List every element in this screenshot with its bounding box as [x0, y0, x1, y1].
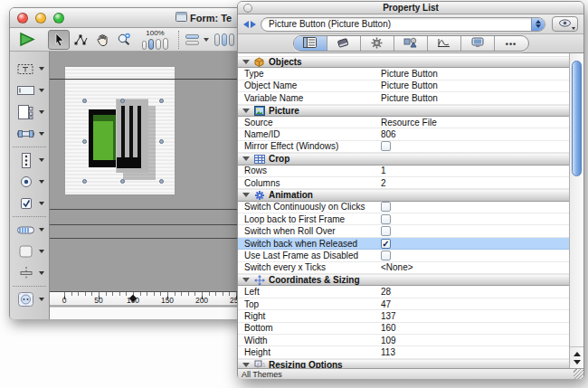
- socket-icon[interactable]: [15, 290, 37, 308]
- property-row[interactable]: Object NamePicture Button: [238, 80, 569, 92]
- property-row[interactable]: Switch back when Released✓: [238, 238, 569, 250]
- dropdown-caret-icon[interactable]: [39, 180, 44, 184]
- zigzag-tool-button[interactable]: [70, 30, 91, 50]
- minimize-button[interactable]: [35, 13, 46, 24]
- dropdown-caret-icon[interactable]: [39, 228, 44, 232]
- section-header-resizing-options[interactable]: Resizing Options: [238, 359, 569, 369]
- selection-handle-nw[interactable]: [82, 99, 87, 103]
- property-value[interactable]: 2: [381, 178, 386, 188]
- selection-handle-sw[interactable]: [82, 179, 87, 184]
- property-value[interactable]: 160: [381, 323, 396, 333]
- dropdown-caret-icon[interactable]: [39, 110, 44, 114]
- select-marquee-icon[interactable]: [15, 60, 37, 78]
- dropdown-caret-icon[interactable]: [39, 132, 44, 136]
- run-button[interactable]: [15, 30, 39, 50]
- disclosure-triangle-icon[interactable]: [242, 193, 250, 197]
- property-row[interactable]: Variable NamePicture Button: [238, 92, 569, 104]
- property-row[interactable]: Mirror Effect (Windows): [238, 141, 569, 153]
- section-header-animation[interactable]: Animation: [238, 189, 569, 201]
- property-row[interactable]: Left28: [238, 286, 569, 298]
- property-row[interactable]: Bottom160: [238, 323, 569, 335]
- dropdown-caret-icon[interactable]: [39, 271, 44, 275]
- splitter-icon[interactable]: [15, 264, 37, 282]
- disclosure-triangle-icon[interactable]: [242, 363, 250, 367]
- selection-handle-n[interactable]: [120, 99, 125, 103]
- palette-tool-radio-button[interactable]: [10, 172, 49, 192]
- scroll-up-button[interactable]: [574, 352, 581, 356]
- scroll-down-button[interactable]: [574, 360, 581, 364]
- push-button-icon[interactable]: [15, 242, 37, 260]
- disclosure-triangle-icon[interactable]: [242, 278, 250, 282]
- property-value[interactable]: Picture Button: [381, 80, 438, 90]
- tab-display[interactable]: [461, 36, 495, 51]
- next-object-button[interactable]: [251, 21, 256, 28]
- property-checkbox[interactable]: [381, 226, 391, 236]
- selection-handle-e[interactable]: [159, 139, 164, 144]
- property-value[interactable]: 113: [381, 347, 395, 357]
- property-checkbox[interactable]: [381, 214, 391, 224]
- close-button[interactable]: [17, 13, 28, 24]
- dropdown-caret-icon[interactable]: [39, 158, 44, 162]
- tab-properties[interactable]: [294, 36, 327, 51]
- dropdown-caret-icon[interactable]: [39, 298, 44, 301]
- property-row[interactable]: Switch every x Ticks<None>: [238, 262, 569, 274]
- palette-tool-socket[interactable]: [10, 289, 49, 309]
- property-window-titlebar[interactable]: Property List: [238, 2, 583, 14]
- progress-bar-icon[interactable]: [15, 221, 37, 239]
- property-row[interactable]: SourceResource File: [238, 117, 569, 128]
- vertical-scrollbar[interactable]: [569, 53, 583, 368]
- align-dropdown-caret-icon[interactable]: [204, 38, 209, 42]
- palette-tool-select-marquee[interactable]: [10, 59, 49, 79]
- dropdown-caret-icon[interactable]: [39, 89, 44, 92]
- slider-icon[interactable]: [15, 125, 37, 143]
- window-icon[interactable]: [15, 103, 37, 121]
- dropdown-caret-icon[interactable]: [39, 250, 44, 253]
- property-row[interactable]: Name/ID806: [238, 128, 569, 140]
- tab-settings[interactable]: [361, 36, 394, 51]
- list-box-icon[interactable]: [15, 151, 37, 169]
- property-row[interactable]: Width109: [238, 335, 569, 346]
- property-value[interactable]: Resource File: [381, 118, 437, 128]
- align-tool-button[interactable]: [185, 34, 199, 45]
- palette-tool-slider[interactable]: [10, 124, 49, 144]
- property-value[interactable]: 47: [381, 299, 391, 309]
- property-value[interactable]: Picture Button: [381, 69, 438, 79]
- previous-object-button[interactable]: [243, 21, 249, 28]
- property-row[interactable]: Columns2: [238, 177, 569, 189]
- property-checkbox[interactable]: [381, 202, 391, 212]
- tab-appearance[interactable]: [327, 36, 361, 51]
- zoom-level-control[interactable]: 100%: [142, 30, 168, 50]
- tab-more[interactable]: •••: [495, 36, 528, 51]
- dropdown-caret-icon[interactable]: [39, 202, 44, 205]
- property-checkbox[interactable]: ✓: [381, 239, 391, 249]
- selector-stepper[interactable]: [531, 18, 545, 31]
- property-checkbox[interactable]: [381, 251, 391, 260]
- distribute-tool-button[interactable]: [214, 33, 234, 46]
- close-button[interactable]: [243, 4, 252, 13]
- section-header-picture[interactable]: Picture: [238, 105, 569, 117]
- zoom-button[interactable]: [53, 13, 64, 24]
- property-row[interactable]: Switch when Roll Over: [238, 225, 569, 237]
- property-value[interactable]: <None>: [381, 262, 413, 272]
- property-checkbox[interactable]: [381, 141, 391, 151]
- property-row[interactable]: Loop back to First Frame: [238, 213, 569, 225]
- zoom-tool-button[interactable]: [113, 30, 135, 50]
- property-value[interactable]: 806: [381, 129, 396, 139]
- tab-objects[interactable]: [394, 36, 428, 51]
- palette-tool-window[interactable]: [10, 102, 49, 122]
- selection-handle-w[interactable]: [82, 139, 87, 144]
- palette-tool-list-box[interactable]: [10, 150, 49, 170]
- selection-handle-se[interactable]: [159, 179, 164, 184]
- resize-grip[interactable]: [574, 369, 583, 379]
- section-header-objects[interactable]: Objects: [238, 56, 569, 68]
- property-row[interactable]: TypePicture Button: [238, 68, 569, 80]
- design-canvas[interactable]: 050100150200250: [50, 52, 242, 319]
- arrow-tool-button[interactable]: [48, 30, 70, 50]
- selection-handle-s[interactable]: [120, 179, 125, 184]
- palette-tool-push-button[interactable]: [10, 241, 49, 261]
- palette-tool-text-field[interactable]: [10, 80, 49, 100]
- palette-tool-splitter[interactable]: [10, 263, 49, 283]
- property-row[interactable]: Switch Continuously on Clicks: [238, 202, 569, 213]
- palette-tool-progress-bar[interactable]: [10, 220, 49, 240]
- view-options-button[interactable]: [552, 16, 578, 32]
